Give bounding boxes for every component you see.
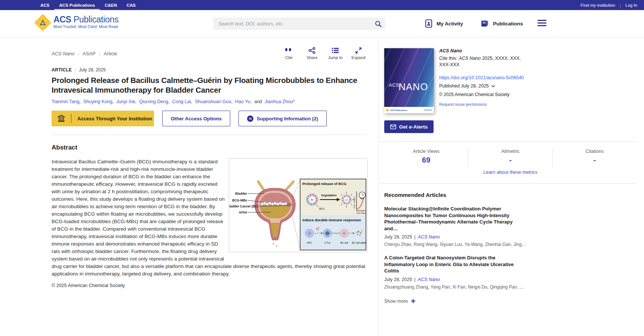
author-link[interactable]: Qiurong Deng,: [139, 99, 169, 104]
show-more-label: Show more: [384, 299, 408, 304]
figure-label: Bladder: [235, 192, 247, 195]
topnav-divider: |: [620, 3, 621, 7]
si-icon: SI: [247, 115, 253, 122]
figure-panel-title: Prolonged release of BCG: [302, 182, 346, 186]
share-icon: [308, 47, 316, 54]
jump-to-button[interactable]: Jump to: [326, 47, 344, 60]
cite-this-line: Cite this: ACS Nano 2025, XXXX, XXX, XXX…: [439, 55, 533, 68]
breadcrumb-article: Article: [104, 51, 117, 56]
breadcrumb-row: ACS Nano › ASAP › Article Cite: [52, 47, 367, 60]
share-button[interactable]: Share: [303, 47, 321, 60]
kicker-divider: |: [75, 67, 76, 73]
recommended-date: July 28, 2025: [384, 234, 412, 240]
metrics-row: Article Views 69 Altmetric - Citations -: [384, 148, 637, 167]
my-activity-button[interactable]: My Activity: [425, 19, 463, 28]
acs-logo-diamond-icon: [34, 14, 52, 31]
sidebar-journal-name: ACS Nano: [439, 48, 533, 53]
meta-divider: |: [414, 277, 415, 282]
author-link[interactable]: Junyi Xie,: [116, 99, 136, 104]
recommended-date: July 28, 2025: [384, 277, 412, 282]
abstract-section: Bladder BCG-MBs Bladder Cancer (BC) Urin…: [52, 158, 367, 288]
metric-article-views: Article Views 69: [384, 148, 468, 167]
envelope-icon: [390, 124, 396, 129]
search-icon[interactable]: [372, 18, 385, 30]
reuse-permissions-link[interactable]: Request reuse permissions: [439, 102, 487, 107]
metric-value: -: [553, 156, 637, 164]
author-link[interactable]: Shuanshuan Guo,: [195, 99, 232, 104]
author-link[interactable]: Hao Yu,: [235, 99, 252, 104]
topnav-cen[interactable]: C&EN: [100, 0, 122, 10]
page-content: ACS Nano › ASAP › Article Cite: [0, 37, 644, 336]
figure-panel-title: Induce durable immune responses: [302, 218, 361, 222]
breadcrumb-journal[interactable]: ACS Nano: [52, 51, 74, 56]
acs-publications-logo[interactable]: ACS Publications Most Trusted. Most Cite…: [36, 15, 119, 29]
topnav-cas[interactable]: CAS: [122, 0, 141, 10]
top-nav-bar: ACS ACS Publications C&EN CAS Find my in…: [0, 0, 644, 10]
topnav-acs[interactable]: ACS: [36, 0, 54, 10]
search-input[interactable]: [213, 21, 372, 27]
recommended-journal-link[interactable]: ACS Nano: [418, 277, 440, 282]
recommended-article: Molecular Stacking@Infinite Coordination…: [384, 206, 526, 247]
author-link[interactable]: Jianhua Zhou*: [265, 99, 295, 104]
show-more-button[interactable]: Show more: [384, 299, 637, 304]
id-badge-icon: [425, 19, 433, 28]
my-activity-label: My Activity: [437, 21, 463, 27]
graphical-abstract-image[interactable]: Bladder BCG-MBs Bladder Cancer (BC) Urin…: [229, 158, 367, 252]
topnav-acs-publications[interactable]: ACS Publications: [54, 0, 100, 10]
author-link[interactable]: Cong Lai,: [172, 99, 192, 104]
article-sidebar: ACSNANO ACS Publications ACS Nano Cite t…: [379, 37, 644, 336]
article-main: ACS Nano › ASAP › Article Cite: [0, 37, 379, 336]
logo-tagline: Most Trusted. Most Cited. Most Read.: [53, 25, 119, 29]
metric-citations: Citations -: [552, 148, 637, 167]
abstract-heading: Abstract: [52, 144, 367, 151]
menu-hamburger-icon[interactable]: [537, 20, 546, 26]
chevron-right-icon: ›: [78, 52, 79, 56]
metric-label: Altmetric: [468, 149, 552, 154]
publications-label: Publications: [493, 21, 523, 27]
other-access-button[interactable]: Other Access Options: [162, 111, 230, 126]
recommended-heading: Recommended Articles: [384, 192, 637, 198]
institution-icon: [52, 115, 71, 122]
cite-prefix: Cite this:: [439, 56, 457, 61]
chevron-down-icon[interactable]: [491, 85, 495, 87]
expand-button[interactable]: Expand: [349, 47, 367, 60]
breadcrumb-asap[interactable]: ASAP: [83, 51, 96, 56]
figure-cell-label: APC: [307, 241, 312, 244]
cite-button[interactable]: Cite: [280, 47, 298, 60]
figure-bcg-label: BCG: [319, 207, 324, 210]
publications-button[interactable]: Publications: [480, 19, 523, 28]
cite-journal: ACS Nano: [459, 56, 481, 61]
site-header: ACS Publications Most Trusted. Most Cite…: [0, 10, 644, 37]
recommended-authors: Zhuangzhuang Zhang, Yang Pan, Xi Fan, Ni…: [384, 284, 526, 290]
recommended-title-link[interactable]: A Colon-Targeted Oral Nanosystem Disrupt…: [384, 255, 526, 274]
author-link[interactable]: Tianmin Tang,: [52, 99, 81, 104]
author-link[interactable]: Shuying Kong,: [83, 99, 114, 104]
recommended-authors: Chenyu Zhao, Rong Wang, Siyuan Luo, Ya W…: [384, 242, 526, 247]
journal-cover-image[interactable]: ACSNANO ACS Publications: [384, 48, 434, 113]
supporting-info-button[interactable]: SI Supporting Information (2): [238, 111, 327, 126]
doi-link[interactable]: https://doi.org/10.1021/acsnano.5c06540: [439, 75, 533, 80]
learn-metrics-link[interactable]: Learn about these metrics: [384, 170, 637, 175]
find-institution-link[interactable]: Find my institution: [580, 3, 615, 7]
access-institution-button[interactable]: Access Through Your Institution: [52, 111, 154, 126]
recommended-meta: July 28, 2025 | ACS Nano: [384, 234, 526, 240]
logo-acs-text: ACS: [53, 15, 71, 24]
login-link[interactable]: Log In: [625, 3, 637, 7]
get-e-alerts-label: Get e-Alerts: [399, 124, 428, 130]
figure-xaxis-label: Time (Day): [356, 212, 366, 214]
cover-title: ACSNANO: [389, 81, 428, 93]
recommended-title-link[interactable]: Molecular Stacking@Infinite Coordination…: [384, 206, 526, 232]
recommended-article: A Colon-Targeted Oral Nanosystem Disrupt…: [384, 255, 526, 290]
topnav-right: Find my institution | Log In: [580, 0, 637, 10]
and-label: and: [254, 99, 262, 104]
section-divider: [52, 135, 367, 135]
sidebar-divider: [379, 141, 637, 142]
figure-yaxis-label: Conc. of BCG: [353, 197, 355, 209]
recommended-journal-link[interactable]: ACS Nano: [418, 234, 440, 240]
get-e-alerts-button[interactable]: Get e-Alerts: [384, 120, 434, 133]
figure-label: Urine: [239, 210, 247, 214]
logo-wordmark: ACS Publications: [53, 15, 119, 24]
published-date: Published July 28, 2025: [439, 83, 489, 89]
figure-cell-label: CTLs: [324, 241, 330, 244]
cover-footer-strip: ACS Publications: [384, 107, 434, 113]
